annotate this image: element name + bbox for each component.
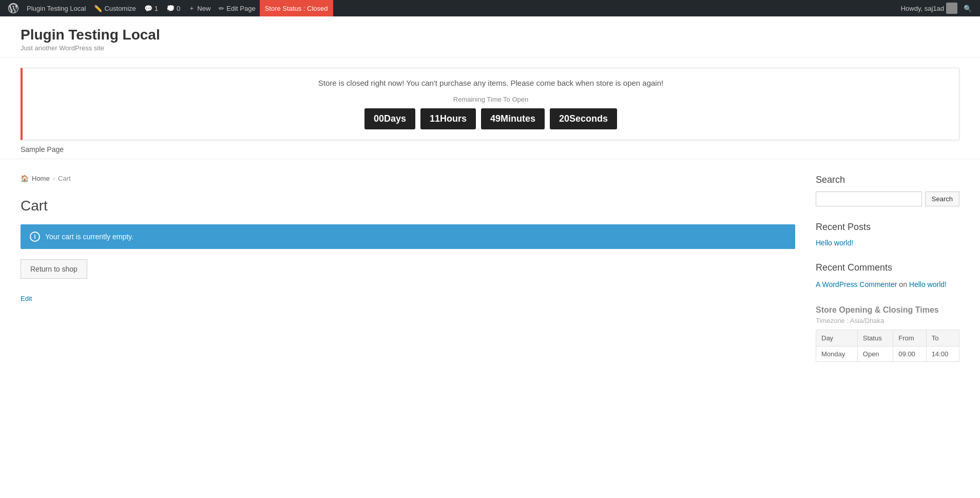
breadcrumb-home-icon: 🏠 <box>21 175 29 182</box>
countdown-days: 00Days <box>364 108 415 129</box>
store-notice-text: Store is closed right now! You can't pur… <box>318 79 663 87</box>
site-description: Just another WordPress site <box>21 44 959 52</box>
recent-posts-heading: Recent Posts <box>816 222 959 233</box>
plus-icon: ＋ <box>188 4 195 13</box>
adminbar-right: Howdy, saj1ad 🔍 <box>901 0 976 16</box>
recent-post-link[interactable]: Hello world! <box>816 239 853 247</box>
comments-item[interactable]: 💬 1 <box>140 0 162 16</box>
sidebar-search-section: Search Search <box>816 175 959 206</box>
revisions-item[interactable]: 💭 0 <box>162 0 184 16</box>
edit-page-item[interactable]: ✏ Edit Page <box>215 0 259 16</box>
recent-comment-entry: A WordPress Commenter on Hello world! <box>816 279 959 290</box>
site-name-label: Plugin Testing Local <box>27 5 86 12</box>
col-day: Day <box>816 330 858 347</box>
comments-count: 1 <box>155 5 158 12</box>
page-content: 🏠 Home › Cart Cart i Your cart is curren… <box>0 159 980 393</box>
col-from: From <box>893 330 926 347</box>
row-day: Monday <box>816 347 858 362</box>
site-wrapper: Plugin Testing Local Just another WordPr… <box>0 16 980 498</box>
pencil-icon: ✏️ <box>94 5 102 12</box>
timezone-label: Timezone : Asia/Dhaka <box>816 317 959 324</box>
commenter-on-text: on <box>899 280 909 289</box>
edit-link-wrap: Edit <box>21 294 795 302</box>
list-item: Hello world! <box>816 239 959 247</box>
commenter-post-link[interactable]: Hello world! <box>909 280 947 289</box>
countdown-boxes: 00Days 11Hours 49Minutes 20Seconds <box>364 108 617 129</box>
new-item[interactable]: ＋ New <box>184 0 215 16</box>
col-to: To <box>926 330 959 347</box>
recent-comments-heading: Recent Comments <box>816 262 959 273</box>
edit-link[interactable]: Edit <box>21 295 32 302</box>
row-status: Open <box>857 347 893 362</box>
countdown-seconds: 20Seconds <box>550 108 617 129</box>
nav-sample-page[interactable]: Sample Page <box>21 145 64 154</box>
cart-empty-notice: i Your cart is currently empty. <box>21 224 795 249</box>
main-content: 🏠 Home › Cart Cart i Your cart is curren… <box>21 175 795 377</box>
breadcrumb: 🏠 Home › Cart <box>21 175 795 182</box>
search-input[interactable] <box>816 191 922 206</box>
store-times-section: Store Opening & Closing Times Timezone :… <box>816 305 959 362</box>
site-nav: Sample Page <box>0 140 980 159</box>
admin-bar: Plugin Testing Local ✏️ Customize 💬 1 💭 … <box>0 0 980 16</box>
recent-comments-section: Recent Comments A WordPress Commenter on… <box>816 262 959 290</box>
search-button[interactable]: Search <box>925 191 959 206</box>
countdown-label: Remaining Time To Open <box>453 95 528 103</box>
row-from: 09:00 <box>893 347 926 362</box>
site-name-item[interactable]: Plugin Testing Local <box>23 0 90 16</box>
breadcrumb-home-link[interactable]: Home <box>32 175 50 182</box>
table-row: Monday Open 09:00 14:00 <box>816 347 959 362</box>
edit-icon: ✏ <box>219 5 224 12</box>
store-notice: Store is closed right now! You can't pur… <box>21 68 959 140</box>
breadcrumb-current: Cart <box>58 175 71 182</box>
recent-posts-list: Hello world! <box>816 239 959 247</box>
wp-logo-item[interactable] <box>4 0 23 16</box>
revisions-icon: 💭 <box>166 5 175 12</box>
revisions-count: 0 <box>177 5 180 12</box>
customize-label: Customize <box>104 5 136 12</box>
edit-page-label: Edit Page <box>226 5 255 12</box>
avatar <box>946 3 957 14</box>
return-to-shop-button[interactable]: Return to shop <box>21 259 87 279</box>
info-icon: i <box>30 232 40 242</box>
store-times-heading: Store Opening & Closing Times <box>816 305 959 315</box>
site-header: Plugin Testing Local Just another WordPr… <box>0 16 980 58</box>
comment-icon: 💬 <box>144 5 152 12</box>
search-heading: Search <box>816 175 959 185</box>
row-to: 14:00 <box>926 347 959 362</box>
times-table: Day Status From To Monday Open 09:00 14:… <box>816 330 959 362</box>
sidebar: Search Search Recent Posts Hello world! … <box>816 175 959 377</box>
col-status: Status <box>857 330 893 347</box>
new-label: New <box>197 5 210 12</box>
sidebar-search-form: Search <box>816 191 959 206</box>
site-title[interactable]: Plugin Testing Local <box>21 27 959 43</box>
store-status-label: Store Status : Closed <box>265 5 328 12</box>
customize-item[interactable]: ✏️ Customize <box>90 0 140 16</box>
search-icon[interactable]: 🔍 <box>959 0 976 16</box>
breadcrumb-separator: › <box>53 175 55 182</box>
store-notice-wrap: Store is closed right now! You can't pur… <box>21 68 959 140</box>
cart-empty-text: Your cart is currently empty. <box>45 233 133 241</box>
countdown-minutes: 49Minutes <box>481 108 545 129</box>
countdown-hours: 11Hours <box>420 108 476 129</box>
recent-posts-section: Recent Posts Hello world! <box>816 222 959 247</box>
cart-title: Cart <box>21 198 795 214</box>
commenter-link[interactable]: A WordPress Commenter <box>816 280 897 289</box>
howdy-text: Howdy, saj1ad <box>901 5 944 12</box>
store-status-item[interactable]: Store Status : Closed <box>260 0 333 16</box>
